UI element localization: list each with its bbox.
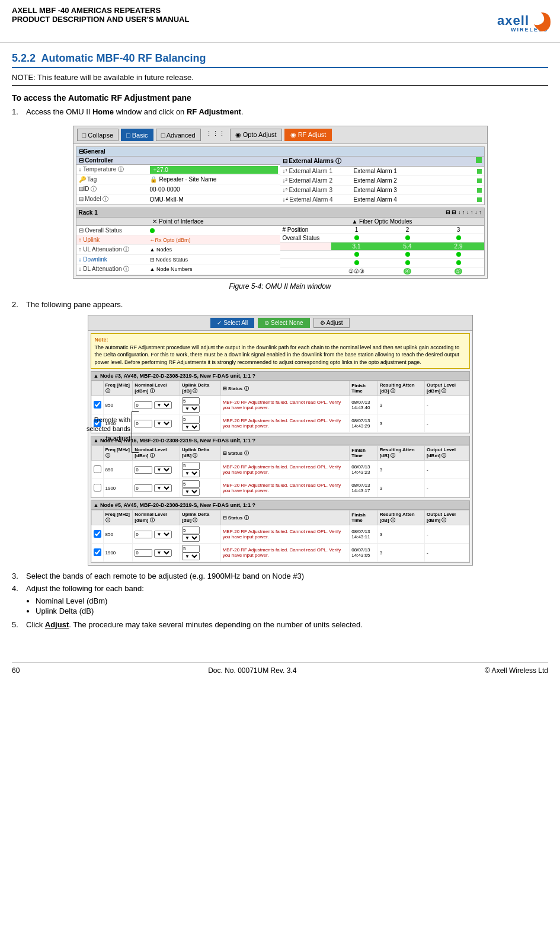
basic-button[interactable]: □ Basic [121,129,153,141]
node3-row2-uplink-sel[interactable]: ▼ [182,423,200,431]
node4-row1-check[interactable] [94,465,101,473]
alarm2-value: External Alarm 2 [354,177,477,184]
footer-doc-ref: Doc. No. 00071UM Rev. 3.4 [208,666,296,675]
fiber-st3 [433,259,484,267]
rf-node-3-header: ▲ Node #3, AV48, MBF-20-D-2308-2319-S, N… [91,372,469,381]
id-value: 00-00-0000 [150,186,278,193]
col5-atten: Resulting Atten [dB] ⓘ [377,510,424,525]
node4-row2-uplink[interactable] [182,480,200,488]
dl-atten-label: ▲ Node Numbers [150,266,193,272]
figure-omu: □ Collapse □ Basic □ Advanced ⋮⋮⋮ ◉ Opto… [12,126,548,291]
node3-row1-time: 08/07/1314:43:40 [350,396,377,414]
node5-row2-uplink-sel[interactable]: ▼ [182,553,200,560]
node3-row2-time: 08/07/1314:43:29 [350,414,377,433]
tag-row: 🔑 Tag 🔒 Repeater - Site Name [76,175,280,184]
node4-row2-nom[interactable] [135,484,152,492]
step-4-text: Adjust the following for each band: [26,584,144,593]
fiber-st1 [331,259,382,267]
step-1-rf: RF Adjustment [187,107,241,116]
node5-row2-nom[interactable] [135,549,152,557]
header-title-line1: AXELL MBF -40 AMERICAS REPEATERS [12,6,501,15]
col-uplink: Uplink Delta [dB] ⓘ [180,381,221,396]
fiber-status-row [280,259,484,267]
temperature-value: +27.0 [150,166,278,174]
general-section: ⊟General ⊟ Controller ↓ Temperature ⓘ +2… [76,146,485,205]
annotation-bracket [132,411,139,453]
fiber-rx2: 5.4 [382,242,433,251]
node5-row1-uplink[interactable] [182,526,200,534]
collapse-button[interactable]: □ Collapse [77,129,119,141]
fiber-nodes-row [280,251,484,259]
node4-row2-uplink-sel[interactable]: ▼ [182,488,200,496]
node4-row1-time: 08/07/1314:43:23 [350,461,377,479]
header-title-line2: PRODUCT DESCRIPTION AND USER'S MANUAL [12,15,501,24]
node3-row2-nom-sel[interactable]: ▼ [154,420,172,427]
node4-row1-nom[interactable] [135,466,152,474]
col4-freq: Freq [MHz] ⓘ [103,446,133,461]
node3-row1-nom[interactable] [135,401,152,409]
page-footer-area: 60 Doc. No. 00071UM Rev. 3.4 © Axell Wir… [0,662,560,678]
company-logo: axell WIRELESS [501,6,548,39]
advanced-button[interactable]: □ Advanced [156,129,201,141]
node4-row1-uplink[interactable] [182,462,200,470]
figure1-caption: Figure 5-4: OMU II Main window [12,282,548,291]
temperature-row: ↓ Temperature ⓘ +27.0 [76,165,280,175]
col5-freq: Freq [MHz] ⓘ [103,510,133,525]
node5-row1-check[interactable] [94,530,101,538]
node4-row1-output: - [425,461,469,479]
poi-header: ✕ Point of Interface [76,218,280,226]
node5-row1-uplink-sel[interactable]: ▼ [182,534,200,542]
node5-row1-nom-sel[interactable]: ▼ [154,531,172,538]
node3-row1-nom-sel[interactable]: ▼ [154,401,172,409]
rf-adjust-button[interactable]: ◉ RF Adjust [284,129,332,141]
node4-row1-uplink-sel[interactable]: ▼ [182,470,200,477]
node3-row2-uplink[interactable] [182,416,200,423]
node3-row2-status: MBF-20 RF Adjustments failed. Cannot rea… [220,414,350,433]
fiber-nodes-label [280,251,331,259]
adjust-button[interactable]: ⚙ Adjust [313,318,350,328]
controller-header: ⊟ Controller [76,157,280,165]
col5-nom: Nominal Level [dBm] ⓘ [133,510,180,525]
ul-atten-row: ↑ UL Attenuation ⓘ ▲ Nodes [76,245,280,255]
fiber-overall-label: Overall Status [280,234,331,242]
node3-row1-uplink-sel[interactable]: ▼ [182,405,200,413]
ul-atten-label: ▲ Nodes [150,247,172,253]
step-4-num: 4. [12,584,23,593]
fiber-nums-label [280,267,331,275]
tag-lock-icon: 🔒 [150,176,157,183]
uplink-row: ↑ Uplink ←Rx Opto (dBm) [76,235,280,245]
node5-row2-nom-sel[interactable]: ▼ [154,549,172,557]
select-all-button[interactable]: ✓ Select All [210,318,254,328]
col-time: Finish Time [350,381,377,396]
node4-row2-check[interactable] [94,484,101,492]
footer-copyright: © Axell Wireless Ltd [485,666,548,675]
col5-check [91,510,103,525]
step-3: 3. Select the bands of each remote to be… [12,572,548,580]
page-content: 5.2.2 Automatic MBF-40 RF Balancing NOTE… [0,43,560,639]
node3-row1-uplink[interactable] [182,397,200,405]
fiber-nums-row: ①②③ ④ ⑤ [280,267,484,275]
node4-row1-nom-sel[interactable]: ▼ [154,466,172,474]
node3-row1-check[interactable] [94,401,101,409]
node3-row1-output: - [425,396,469,414]
node5-row2-uplink[interactable] [182,545,200,553]
model-row: ⊟ Model ⓘ OMU-MkII-M [76,194,280,205]
node4-row2-status: MBF-20 RF Adjustments failed. Cannot rea… [220,479,350,497]
bullet-nominal: Nominal Level (dBm) [36,596,548,605]
select-none-button[interactable]: ⊝ Select None [258,318,309,328]
node5-row1-nom[interactable] [135,531,152,538]
fiber-num1: ①②③ [331,267,382,275]
downlink-row: ↓ Downlink ⊟ Nodes Status [76,255,280,264]
access-heading: To access the Automatic RF Adjustment pa… [12,93,548,103]
fiber-pos3: 3 [433,226,484,234]
col4-status: ⊟ Status ⓘ [220,446,350,461]
node5-row2-check[interactable] [94,548,101,556]
node4-row2-nom-sel[interactable]: ▼ [154,484,172,492]
node5-row1-status: MBF-20 RF Adjustments failed. Cannot rea… [220,525,350,544]
fiber-pos1: 1 [331,226,382,234]
rf-node-4-table: Freq [MHz] ⓘ Nominal Level [dBm] ⓘ Uplin… [91,445,469,497]
opto-adjust-button[interactable]: ◉ Opto Adjust [230,129,282,141]
alarm2-dot [477,178,482,183]
annotation-label: Remote withselected bandsto adjust [53,416,130,443]
fiber-col-label: # Position [280,226,331,234]
